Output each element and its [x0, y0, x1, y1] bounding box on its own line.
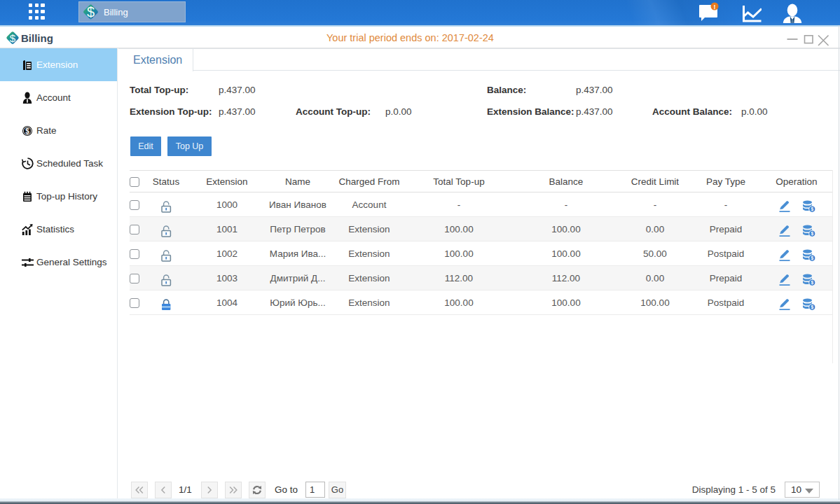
- svg-text:$: $: [811, 280, 813, 286]
- svg-text:$: $: [811, 231, 813, 237]
- svg-text:$: $: [10, 32, 16, 44]
- svg-text:$: $: [25, 127, 29, 134]
- svg-text:$: $: [811, 206, 813, 212]
- svg-text:$: $: [811, 304, 813, 310]
- svg-text:!: !: [714, 4, 716, 10]
- svg-text:$: $: [87, 4, 95, 20]
- svg-text:$: $: [811, 255, 813, 261]
